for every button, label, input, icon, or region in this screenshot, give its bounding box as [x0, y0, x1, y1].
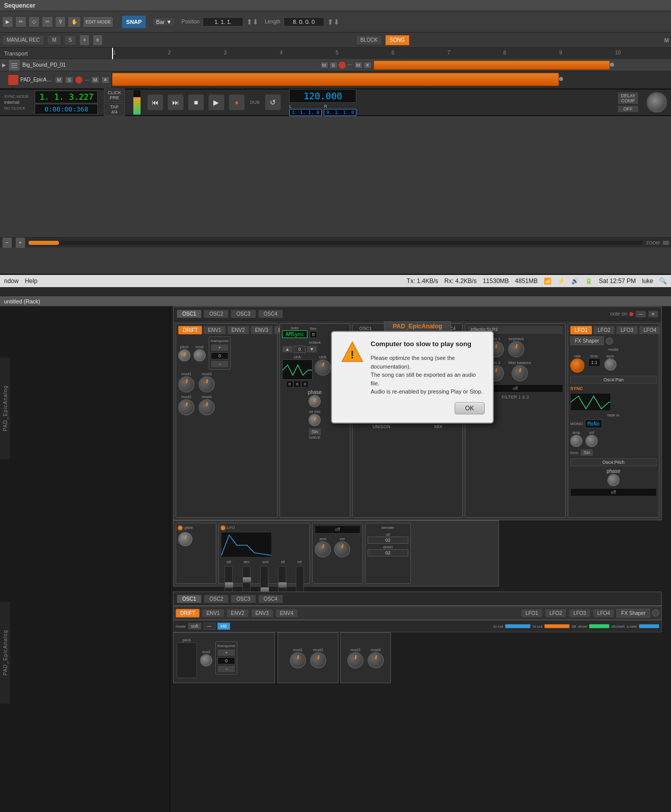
position-spinners[interactable]: ⬆⬇ [246, 18, 259, 26]
lfo1-tab[interactable]: LFO1 [570, 326, 592, 334]
lfo2-tab[interactable]: LFO2 [593, 326, 615, 334]
mod4-knob[interactable] [199, 399, 215, 415]
bender-up-display[interactable]: 02 [368, 537, 408, 544]
track-block-1[interactable] [374, 61, 610, 70]
transpose-down[interactable]: − [211, 360, 229, 368]
zoom-slider[interactable] [29, 241, 643, 245]
play-btn[interactable]: ▶ [208, 94, 225, 110]
master-knob[interactable] [647, 92, 667, 113]
lo-cut-slider[interactable] [505, 624, 530, 628]
rewind-btn[interactable]: ⏮ [147, 94, 163, 110]
zoom-out-btn[interactable]: − [2, 237, 12, 248]
octave-display[interactable]: 0 [294, 346, 305, 353]
m-btn[interactable]: M [47, 35, 61, 45]
track-block-2[interactable] [112, 73, 559, 86]
hand-tool-btn[interactable]: ✋ [68, 16, 81, 27]
filter-balance-knob[interactable] [512, 365, 528, 381]
glide-knob[interactable] [178, 532, 192, 546]
amt-knob[interactable] [570, 435, 582, 447]
track-s-btn-1[interactable]: S [329, 62, 338, 69]
plugin2-soft-btn[interactable]: soft [188, 623, 202, 630]
osc3-tab[interactable]: OSC3 [231, 310, 256, 318]
transport-position[interactable]: 1. 1. 3.227 [35, 91, 98, 103]
lfo3-tab[interactable]: LFO3 [616, 326, 638, 334]
plugin2-fx-shaper[interactable]: FX Shaper [617, 609, 650, 618]
add-track-btn[interactable]: + [79, 35, 90, 46]
battery-icon[interactable]: 🔋 [585, 277, 593, 285]
length-spinners[interactable]: ⬆⬇ [327, 18, 340, 26]
drift-btn[interactable]: DRIFT [178, 326, 202, 334]
plugin2-lfo2-tab[interactable]: LFO2 [545, 609, 567, 618]
tap-time-btn[interactable]: TAP4/4 [104, 103, 125, 116]
transpose-val-display[interactable]: 0 [211, 352, 229, 359]
plugin2-mod-knob[interactable] [200, 654, 212, 666]
phase-knob[interactable] [309, 395, 321, 407]
fx-shaper-label[interactable]: FX Shaper [570, 337, 604, 345]
ctrA-val2[interactable]: 0 [294, 381, 301, 387]
bender-down-display[interactable]: 02 [368, 549, 408, 556]
env1-btn[interactable]: ENV1 [203, 326, 226, 334]
delay-comp-btn[interactable]: DELAYCOMP [618, 92, 638, 104]
hi-cut-slider[interactable] [544, 624, 570, 628]
record-btn[interactable]: ● [229, 94, 245, 110]
search-icon[interactable]: 🔍 [659, 277, 667, 285]
osc4pan-display[interactable]: Osc4:Pan [570, 376, 657, 384]
mod1-knob[interactable] [178, 376, 194, 393]
draw-tool-btn[interactable]: ✏ [15, 16, 26, 27]
block-btn[interactable]: BLOCK [356, 35, 382, 45]
plugin2-env-display[interactable]: — [204, 623, 215, 630]
mod-knob[interactable] [193, 349, 206, 361]
note-display[interactable]: AMSync [282, 330, 307, 338]
expand-arrow[interactable]: ▶ [2, 62, 6, 68]
help-menu[interactable]: Help [25, 277, 38, 285]
track-options-btn[interactable]: ≡ [93, 35, 103, 46]
octave-down[interactable]: ▼ [306, 346, 317, 353]
s-rate-slider[interactable] [639, 624, 659, 628]
plugin2-osc1-tab[interactable]: OSC1 [177, 595, 202, 603]
plugin2-lfo3-tab[interactable]: LFO3 [569, 609, 591, 618]
click-pre-btn[interactable]: CLICKPRE [104, 89, 125, 102]
lfo-phase-knob[interactable] [607, 474, 620, 486]
plugin2-osc4-tab[interactable]: OSC4 [258, 595, 283, 603]
track-rec-btn-1[interactable] [339, 62, 346, 69]
snap-btn[interactable]: SNAP [122, 15, 147, 29]
p2-mod4-knob[interactable] [368, 652, 384, 668]
plugin2-drift-btn[interactable]: DRIFT [176, 609, 200, 618]
osc1-tab[interactable]: OSC1 [177, 310, 202, 318]
p2-mod3-knob[interactable] [347, 652, 364, 668]
erase-tool-btn[interactable]: ◇ [29, 16, 40, 27]
audio-icon[interactable]: 🔊 [571, 277, 579, 285]
select-tool-btn[interactable]: ▶ [2, 16, 13, 27]
ctrA-val1[interactable]: 0 [286, 381, 293, 387]
env2-btn[interactable]: ENV2 [227, 326, 249, 334]
p2-mod1-knob[interactable] [290, 652, 306, 668]
p2-mod2-knob[interactable] [310, 652, 326, 668]
delay-off-btn[interactable]: OFF [618, 105, 638, 113]
plugin2-env3-btn[interactable]: ENV3 [251, 609, 273, 618]
plugin2-osc3-tab[interactable]: OSC3 [231, 595, 256, 603]
mod3-knob[interactable] [199, 376, 215, 393]
fx-power-btn[interactable] [606, 338, 613, 345]
off2-display[interactable]: off [570, 488, 657, 496]
plugin2-env4-btn[interactable]: ENV4 [275, 609, 298, 618]
length-value[interactable]: 8. 0. 0. 0 [284, 17, 324, 26]
bar-selector[interactable]: Bar ▼ [152, 17, 175, 26]
window-menu[interactable]: ndow [4, 277, 19, 285]
sym-knob[interactable] [604, 358, 617, 371]
plugin2-lfo1-tab[interactable]: LFO1 [521, 609, 543, 618]
drive-slider[interactable] [589, 624, 609, 628]
osc4-tab[interactable]: OSC4 [258, 310, 283, 318]
bluetooth-icon[interactable]: ⚡ [557, 277, 565, 285]
track-s-btn-2[interactable]: S [65, 76, 73, 83]
ctrB-knob[interactable] [315, 359, 331, 376]
wifi-icon[interactable]: 📶 [544, 277, 551, 285]
transpose-up[interactable]: + [211, 344, 229, 351]
pitch-knob[interactable] [178, 349, 190, 361]
dialog-ok-btn[interactable]: OK [455, 402, 485, 414]
wtmix-knob[interactable] [309, 414, 321, 426]
octave-up[interactable]: ▲ [282, 346, 293, 353]
plugin-minimize-btn[interactable]: — [635, 311, 646, 318]
scrollbar-nav[interactable] [663, 241, 669, 245]
track-m-btn-1[interactable]: M [320, 62, 328, 69]
keytrack-knob[interactable] [508, 341, 524, 357]
